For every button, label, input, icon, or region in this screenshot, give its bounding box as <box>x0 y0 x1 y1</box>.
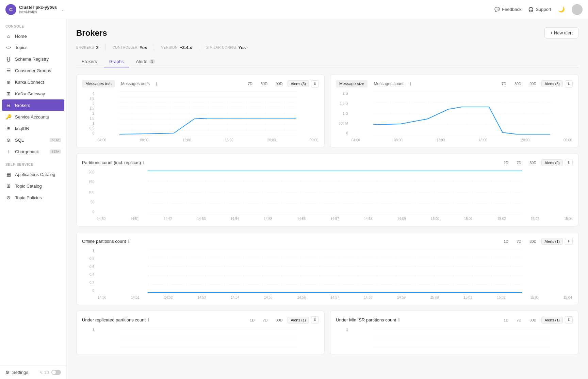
message-size-svg <box>351 92 573 136</box>
tab-graphs[interactable]: Graphs <box>104 56 129 67</box>
cluster-sub: local-kafka <box>19 10 57 14</box>
messages-out-tab[interactable]: Messages out/s <box>118 80 153 88</box>
under-min-isr-30d-btn[interactable]: 30D <box>526 317 539 323</box>
partitions-x-axis: 14:50 14:51 14:52 14:53 14:54 14:55 14:5… <box>97 217 573 221</box>
under-min-isr-info-icon[interactable]: ℹ <box>398 317 400 322</box>
under-replicated-download-btn[interactable]: ⬇ <box>311 316 319 323</box>
sidebar-item-home[interactable]: ⌂ Home <box>0 30 66 42</box>
sidebar-item-label: Topics <box>15 45 28 50</box>
charts-top-row: Messages in/s Messages out/s ℹ 7D 30D 90… <box>76 74 578 148</box>
sidebar-item-ksqldb[interactable]: ≡ ksqlDB <box>0 123 66 134</box>
version-meta-label: VERSION <box>161 46 178 49</box>
messages-count-tab[interactable]: Messages count <box>370 80 407 88</box>
tab-brokers[interactable]: Brokers <box>76 56 102 67</box>
feedback-button[interactable]: 💬 Feedback <box>494 7 521 12</box>
avatar[interactable] <box>572 4 583 15</box>
controller-meta-value: Yes <box>140 45 147 50</box>
under-replicated-chart-body: 1 <box>82 328 319 349</box>
offline-download-btn[interactable]: ⬇ <box>565 238 573 245</box>
message-size-30d-btn[interactable]: 30D <box>511 80 524 87</box>
headset-icon: 🎧 <box>528 7 534 12</box>
under-replicated-30d-btn[interactable]: 30D <box>273 317 285 323</box>
ksqldb-icon: ≡ <box>5 126 12 131</box>
sidebar-item-kafka-connect[interactable]: ⊕ Kafka Connect <box>0 76 66 88</box>
messages-alerts-btn[interactable]: Alerts (3) <box>288 80 309 87</box>
under-replicated-alerts-btn[interactable]: Alerts (1) <box>288 317 309 323</box>
offline-partitions-info-icon[interactable]: ℹ <box>128 239 130 244</box>
under-min-isr-chart-area <box>351 328 573 349</box>
sidebar-item-chargeback[interactable]: ↑ Chargeback BETA <box>0 146 66 157</box>
sidebar-item-consumer-groups[interactable]: ☰ Consumer Groups <box>0 65 66 76</box>
partitions-30d-btn[interactable]: 30D <box>526 159 539 166</box>
sidebar-item-topic-policies[interactable]: ⊙ Topic Policies <box>0 192 66 203</box>
sidebar-item-brokers[interactable]: ⊟ Brokers <box>2 99 64 111</box>
sidebar-item-applications-catalog[interactable]: ▦ Applications Catalog <box>0 169 66 180</box>
meta-divider-3 <box>199 44 199 51</box>
message-size-chart-header: Message size Messages count ℹ 7D 30D 90D… <box>336 80 573 88</box>
sidebar-bottom: ⚙ Settings V. 1.3 <box>0 365 66 379</box>
partitions-alerts-btn[interactable]: Alerts (0) <box>541 159 563 166</box>
message-size-7d-btn[interactable]: 7D <box>499 80 509 87</box>
sidebar-item-sql[interactable]: ⊙ SQL BETA <box>0 134 66 146</box>
under-replicated-7d-btn[interactable]: 7D <box>260 317 271 323</box>
messages-30d-btn[interactable]: 30D <box>258 80 271 87</box>
under-replicated-info-icon[interactable]: ℹ <box>148 317 149 322</box>
under-replicated-controls: 1D 7D 30D Alerts (1) ⬇ <box>247 316 319 323</box>
sidebar: CONSOLE ⌂ Home <> Topics {} Schema Regis… <box>0 19 67 379</box>
under-replicated-chart-title: Under replicated partitions count ℹ <box>82 317 149 322</box>
meta-bar: BROKERS 2 CONTROLLER Yes VERSION +3.4.x … <box>76 44 578 51</box>
partitions-1d-btn[interactable]: 1D <box>501 159 511 166</box>
under-replicated-chart-card: Under replicated partitions count ℹ 1D 7… <box>76 311 325 355</box>
sidebar-item-label: Applications Catalog <box>15 172 55 177</box>
version-text: V. 1.3 <box>40 370 49 375</box>
partitions-info-icon[interactable]: ℹ <box>143 160 145 165</box>
sidebar-item-label: Service Accounts <box>15 114 49 120</box>
message-size-90d-btn[interactable]: 90D <box>526 80 539 87</box>
chevron-down-icon[interactable]: ⌄ <box>61 7 64 12</box>
under-min-isr-chart-title: Under Min ISR partitions count ℹ <box>336 317 400 322</box>
sidebar-item-kafka-gateway[interactable]: ⊞ Kafka Gateway <box>0 88 66 99</box>
messages-info-icon[interactable]: ℹ <box>156 81 158 86</box>
new-alert-button[interactable]: + New alert <box>544 27 578 38</box>
messages-90d-btn[interactable]: 90D <box>273 80 285 87</box>
messages-in-tab[interactable]: Messages in/s <box>82 80 115 88</box>
sidebar-item-topic-catalog[interactable]: ⊞ Topic Catalog <box>0 180 66 192</box>
message-size-info-icon[interactable]: ℹ <box>410 81 411 86</box>
messages-chart-body: 4 3.5 3 2.5 2 1.5 1 0.5 0 <box>82 92 319 142</box>
sidebar-item-label: Kafka Gateway <box>15 91 45 96</box>
settings-item[interactable]: ⚙ Settings <box>5 370 28 375</box>
under-min-isr-7d-btn[interactable]: 7D <box>513 317 524 323</box>
tab-alerts[interactable]: Alerts 9 <box>130 56 161 67</box>
message-size-x-axis: 04:00 08:00 12:00 16:00 20:00 00:00 <box>351 138 573 142</box>
support-button[interactable]: 🎧 Support <box>528 7 551 12</box>
partitions-7d-btn[interactable]: 7D <box>513 159 524 166</box>
version-toggle[interactable] <box>51 370 61 375</box>
under-min-isr-1d-btn[interactable]: 1D <box>501 317 511 323</box>
under-min-isr-controls: 1D 7D 30D Alerts (1) ⬇ <box>501 316 573 323</box>
topbar-left: C Cluster pkc-yytws local-kafka ⌄ <box>5 4 64 15</box>
offline-1d-btn[interactable]: 1D <box>501 238 511 245</box>
under-min-isr-title: Under Min ISR partitions count ℹ <box>336 317 400 322</box>
under-min-isr-download-btn[interactable]: ⬇ <box>565 316 573 323</box>
sidebar-item-label: Home <box>15 34 27 39</box>
message-size-download-btn[interactable]: ⬇ <box>565 80 573 88</box>
brokers-icon: ⊟ <box>5 102 12 108</box>
offline-30d-btn[interactable]: 30D <box>526 238 539 245</box>
partitions-download-btn[interactable]: ⬇ <box>565 159 573 166</box>
version-meta: VERSION +3.4.x <box>161 45 192 50</box>
messages-download-btn[interactable]: ⬇ <box>311 80 319 88</box>
messages-svg <box>97 92 319 136</box>
tab-alerts-label: Alerts <box>136 59 147 64</box>
sidebar-item-schema-registry[interactable]: {} Schema Registry <box>0 53 66 65</box>
offline-7d-btn[interactable]: 7D <box>513 238 524 245</box>
dark-mode-icon[interactable]: 🌙 <box>558 6 565 13</box>
message-size-alerts-btn[interactable]: Alerts (3) <box>541 80 563 87</box>
message-size-tab[interactable]: Message size <box>336 80 368 88</box>
sidebar-item-topics[interactable]: <> Topics <box>0 42 66 53</box>
offline-alerts-btn[interactable]: Alerts (1) <box>541 238 563 245</box>
sidebar-item-service-accounts[interactable]: 🔑 Service Accounts <box>0 111 66 123</box>
messages-7d-btn[interactable]: 7D <box>245 80 256 87</box>
sidebar-item-label: Kafka Connect <box>15 80 44 85</box>
under-replicated-1d-btn[interactable]: 1D <box>247 317 258 323</box>
under-min-isr-alerts-btn[interactable]: Alerts (1) <box>541 317 563 323</box>
